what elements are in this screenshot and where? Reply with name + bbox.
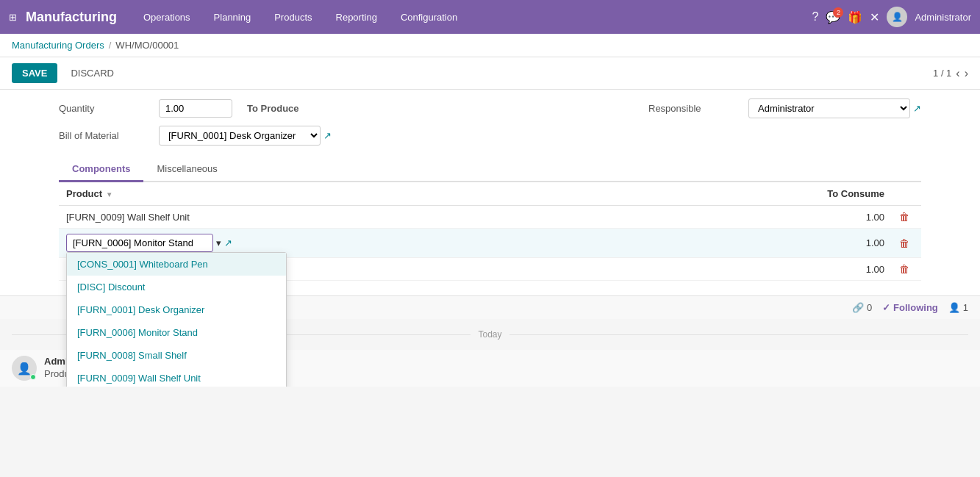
pager: 1 / 1 ‹ ›: [933, 67, 968, 80]
paperclip-icon: 🔗: [852, 302, 864, 313]
person-icon: 👤: [948, 302, 960, 313]
help-icon[interactable]: ?: [812, 10, 819, 24]
today-label: Today: [478, 329, 501, 340]
nav-reporting[interactable]: Reporting: [332, 9, 382, 26]
attachments-count: 0: [867, 302, 872, 313]
gift-icon[interactable]: 🎁: [848, 10, 862, 24]
quantity-row: Quantity To Produce Responsible Administ…: [59, 98, 921, 118]
message-avatar: 👤: [12, 356, 37, 381]
tab-components[interactable]: Components: [59, 157, 143, 182]
delete-icon[interactable]: 🗑: [899, 237, 909, 249]
dropdown-input-wrap: ▾ ↗: [66, 234, 752, 252]
username: Administrator: [915, 12, 971, 23]
checkmark-icon: ✓: [882, 302, 890, 313]
navbar: ⊞ Manufacturing Operations Planning Prod…: [0, 0, 980, 34]
dropdown-item[interactable]: [FURN_0001] Desk Organizer: [67, 298, 286, 321]
online-status-dot: [30, 374, 36, 380]
nav-products[interactable]: Products: [270, 9, 316, 26]
dropdown-item[interactable]: [CONS_0001] Whiteboard Pen: [67, 253, 286, 276]
action-bar: SAVE DISCARD 1 / 1 ‹ ›: [0, 57, 980, 90]
dropdown-item[interactable]: [FURN_0008] Small Shelf: [67, 344, 286, 367]
main-content: Quantity To Produce Responsible Administ…: [0, 90, 980, 295]
to-produce-label: To Produce: [247, 103, 299, 114]
bom-label: Bill of Material: [59, 130, 147, 141]
nav-operations[interactable]: Operations: [139, 9, 195, 26]
pager-next[interactable]: ›: [965, 67, 968, 80]
pager-count: 1 / 1: [933, 68, 951, 79]
table-row: ▾ ↗ [CONS_0001] Whiteboard Pen [DISC] Di…: [59, 229, 921, 258]
responsible-wrap: Administrator ↗: [748, 98, 921, 118]
dropdown-caret[interactable]: ▾: [216, 237, 221, 248]
table-row: [FURN_0009] Wall Shelf Unit 1.00 🗑: [59, 206, 921, 229]
responsible-ext-link[interactable]: ↗: [913, 103, 921, 114]
navbar-actions: ? 💬 2 🎁 ✕ 👤 Administrator: [812, 7, 971, 27]
sort-arrow-product[interactable]: ▾: [107, 190, 111, 198]
responsible-label: Responsible: [648, 103, 737, 114]
nav-planning[interactable]: Planning: [210, 9, 256, 26]
nav-configuration[interactable]: Configuration: [396, 9, 462, 26]
row-product[interactable]: [FURN_0009] Wall Shelf Unit: [59, 206, 759, 229]
followers-btn[interactable]: 👤 1: [948, 302, 968, 313]
dropdown-item[interactable]: [FURN_0009] Wall Shelf Unit: [67, 367, 286, 387]
delete-icon[interactable]: 🗑: [899, 211, 909, 223]
form-section: Quantity To Produce Responsible Administ…: [59, 90, 921, 146]
row-to-consume: 1.00: [759, 258, 892, 281]
responsible-select[interactable]: Administrator: [748, 98, 910, 118]
following-label: Following: [893, 302, 938, 313]
col-to-consume: To Consume: [759, 182, 892, 206]
product-ext-link[interactable]: ↗: [224, 237, 232, 248]
row-delete[interactable]: 🗑: [892, 229, 921, 258]
product-dropdown-input[interactable]: [66, 234, 213, 252]
dropdown-item[interactable]: [DISC] Discount: [67, 276, 286, 298]
bom-select[interactable]: [FURN_0001] Desk Organizer: [159, 126, 321, 146]
attachments-btn[interactable]: 🔗 0: [852, 302, 872, 313]
save-button[interactable]: SAVE: [12, 63, 57, 83]
row-to-consume: 1.00: [759, 206, 892, 229]
close-icon[interactable]: ✕: [870, 10, 879, 24]
breadcrumb-separator: /: [109, 40, 112, 51]
breadcrumb-parent[interactable]: Manufacturing Orders: [12, 40, 104, 51]
delete-icon[interactable]: 🗑: [899, 263, 909, 275]
tabs-bar: Components Miscellaneous: [59, 157, 921, 182]
nav-menu: Operations Planning Products Reporting C…: [139, 9, 812, 26]
product-dropdown-container: ▾ ↗ [CONS_0001] Whiteboard Pen [DISC] Di…: [66, 234, 752, 252]
components-table: Product ▾ To Consume [FURN_0009] Wall Sh…: [59, 182, 921, 281]
bom-row: Bill of Material [FURN_0001] Desk Organi…: [59, 126, 921, 146]
quantity-input[interactable]: [159, 99, 232, 118]
row-product-editing: ▾ ↗ [CONS_0001] Whiteboard Pen [DISC] Di…: [59, 229, 759, 258]
quantity-label: Quantity: [59, 103, 147, 114]
pager-prev[interactable]: ‹: [956, 67, 959, 80]
avatar-icon: 👤: [17, 362, 32, 376]
avatar[interactable]: 👤: [887, 7, 907, 27]
grid-icon[interactable]: ⊞: [9, 12, 17, 23]
chat-badge: 2: [833, 7, 843, 18]
bom-ext-link[interactable]: ↗: [323, 130, 332, 141]
breadcrumb: Manufacturing Orders / WH/MO/00001: [0, 34, 980, 57]
bom-wrap: [FURN_0001] Desk Organizer ↗: [159, 126, 332, 146]
dropdown-item[interactable]: [FURN_0006] Monitor Stand: [67, 321, 286, 344]
row-to-consume: 1.00: [759, 229, 892, 258]
col-product: Product ▾: [59, 182, 759, 206]
following-btn[interactable]: ✓ Following: [882, 302, 938, 313]
followers-count: 1: [963, 302, 968, 313]
dropdown-menu: [CONS_0001] Whiteboard Pen [DISC] Discou…: [66, 252, 287, 387]
discard-button[interactable]: DISCARD: [63, 63, 121, 83]
tab-miscellaneous[interactable]: Miscellaneous: [143, 157, 230, 182]
col-actions: [892, 182, 921, 206]
divider-line-right: [509, 334, 968, 335]
breadcrumb-current: WH/MO/00001: [115, 40, 179, 51]
chat-icon[interactable]: 💬 2: [826, 10, 840, 24]
app-brand: Manufacturing: [26, 10, 117, 25]
row-delete[interactable]: 🗑: [892, 258, 921, 281]
row-delete[interactable]: 🗑: [892, 206, 921, 229]
